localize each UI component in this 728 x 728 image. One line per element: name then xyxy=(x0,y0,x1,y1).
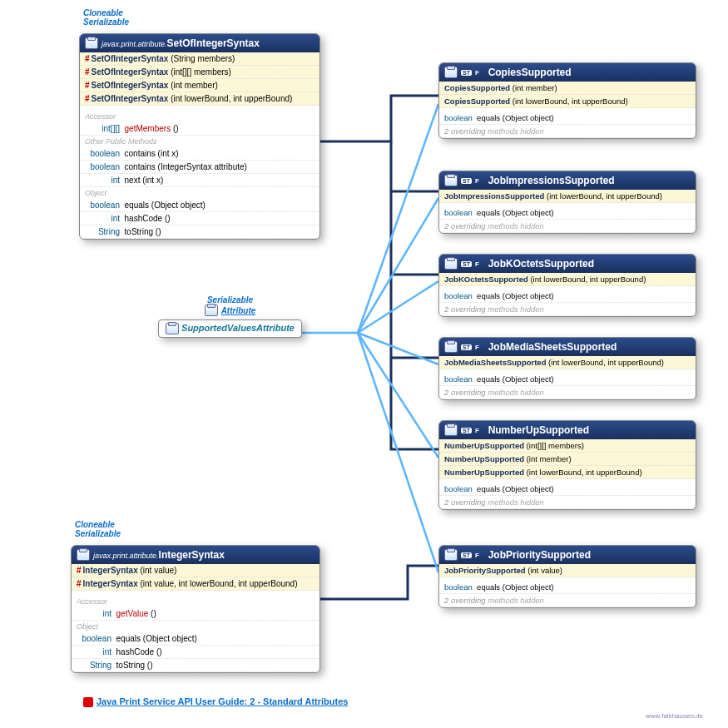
class-icon xyxy=(85,37,98,49)
class-header: ST F CopiesSupported xyxy=(439,63,696,82)
class-JobMediaSheetsSupported: ST F JobMediaSheetsSupportedJobMediaShee… xyxy=(438,337,696,400)
interface-title: SupportedValuesAttribute xyxy=(181,323,295,333)
class-SetOfIntegerSyntax: javax.print.attribute.SetOfIntegerSyntax… xyxy=(79,33,320,240)
interface-SupportedValuesAttribute: Serializable Attribute SupportedValuesAt… xyxy=(158,295,302,338)
class-header: javax.print.attribute.IntegerSyntax xyxy=(72,546,319,564)
class-header: ST F JobImpressionsSupported xyxy=(439,171,696,190)
class-icon xyxy=(77,549,90,561)
class-CopiesSupported: ST F CopiesSupportedCopiesSupported (int… xyxy=(438,62,696,139)
class-header: ST F JobMediaSheetsSupported xyxy=(439,338,696,356)
class-icon xyxy=(444,175,458,186)
credit: www.falkhausen.de xyxy=(646,712,703,720)
footer-link[interactable]: Java Print Service API User Guide: 2 - S… xyxy=(83,696,348,707)
class-IntegerSyntax: javax.print.attribute.IntegerSyntax #Int… xyxy=(71,545,320,673)
class-header: ST F JobPrioritySupported xyxy=(439,546,696,564)
class-icon xyxy=(444,424,458,436)
annotation-cloneable-2: Cloneable Serializable xyxy=(75,520,121,538)
class-header: ST F NumberUpSupported xyxy=(439,421,696,439)
class-icon xyxy=(444,67,458,78)
class-icon xyxy=(444,549,458,561)
class-header: ST F JobKOctetsSupported xyxy=(439,255,696,273)
class-JobImpressionsSupported: ST F JobImpressionsSupportedJobImpressio… xyxy=(438,171,696,234)
class-NumberUpSupported: ST F NumberUpSupportedNumberUpSupported … xyxy=(438,420,696,510)
oracle-icon xyxy=(83,697,93,707)
interface-icon xyxy=(205,305,218,316)
interface-icon xyxy=(166,323,179,334)
class-JobPrioritySupported: ST F JobPrioritySupportedJobPrioritySupp… xyxy=(438,545,696,608)
class-icon xyxy=(444,341,458,353)
class-JobKOctetsSupported: ST F JobKOctetsSupportedJobKOctetsSuppor… xyxy=(438,254,696,317)
class-icon xyxy=(444,258,458,270)
class-header: javax.print.attribute.SetOfIntegerSyntax xyxy=(80,34,319,52)
annotation-cloneable: Cloneable Serializable xyxy=(83,8,129,27)
